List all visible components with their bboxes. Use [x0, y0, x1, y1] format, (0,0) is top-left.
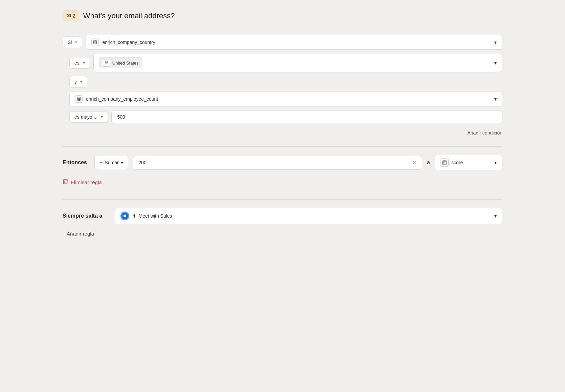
database-icon: [75, 95, 83, 103]
add-regla-button[interactable]: + Añadir regla: [63, 231, 502, 237]
action-value-input[interactable]: [139, 160, 409, 165]
condition-row-5: es mayor... ▾: [63, 111, 502, 123]
entonces-section: Entonces + Sumar ▾ ✕ a: [63, 155, 502, 170]
badge-number: 2: [73, 13, 75, 19]
field-employee-count-label: enrich_company_employee_count: [86, 96, 158, 102]
condition-row-4: enrich_company_employee_count ▾: [63, 92, 502, 106]
chevron-down-icon: ▾: [75, 40, 77, 45]
chevron-down-icon: ▾: [494, 40, 497, 45]
jump-destination: Meet with Sales: [139, 213, 172, 219]
plus-icon: +: [99, 160, 103, 166]
svg-point-0: [93, 41, 97, 42]
clear-icon[interactable]: ✕: [412, 160, 416, 166]
svg-point-1: [105, 61, 108, 62]
svg-point-2: [77, 97, 81, 99]
condition-row-2: es ▾ United States: [63, 54, 502, 72]
add-regla-label: + Añadir regla: [63, 231, 94, 237]
chevron-down-icon: ▾: [83, 60, 85, 65]
y-dropdown[interactable]: y ▾: [69, 76, 87, 88]
si-label: Si: [68, 40, 72, 45]
page-container: ✉ 2 What's your email address? Si ▾: [63, 10, 502, 237]
chevron-down-icon: ▾: [494, 60, 497, 66]
chevron-down-icon: ▾: [494, 213, 497, 219]
siempre-salta-label: Siempre salta a: [63, 213, 110, 219]
calculator-icon: [440, 158, 449, 167]
circle-step-icon: [120, 212, 129, 220]
header: ✉ 2 What's your email address?: [63, 10, 502, 21]
chevron-down-icon: ▾: [121, 160, 123, 165]
section-divider-2: [63, 199, 502, 200]
operator-mayor-label: es mayor...: [74, 114, 97, 120]
field-employee-count-dropdown[interactable]: enrich_company_employee_count ▾: [69, 92, 502, 106]
united-states-tag: United States: [99, 57, 142, 68]
eliminar-regla-label: Eliminar regla: [71, 179, 102, 185]
condition-section: Si ▾ enrich_company_country ▾: [63, 35, 502, 138]
add-condition-label: + Añadir condición: [464, 130, 502, 136]
action-value-field[interactable]: ✕: [133, 156, 423, 170]
condition-row-3: y ▾: [63, 76, 502, 88]
email-badge: ✉ 2: [63, 10, 79, 21]
field-country-label: enrich_company_country: [102, 40, 155, 45]
chevron-down-icon: ▾: [494, 96, 497, 102]
score-dropdown[interactable]: score ▾: [435, 155, 502, 170]
score-label: score: [451, 160, 463, 165]
jump-destination-dropdown[interactable]: 4 Meet with Sales ▾: [115, 208, 502, 224]
database-icon: [91, 39, 99, 46]
employee-count-value-input[interactable]: [111, 111, 502, 123]
chevron-down-icon: ▾: [101, 115, 103, 119]
value-united-states-dropdown[interactable]: United States ▾: [93, 54, 502, 72]
add-condition-button[interactable]: + Añadir condición: [63, 127, 502, 138]
field-country-dropdown[interactable]: enrich_company_country ▾: [86, 35, 502, 50]
jump-number: 4: [133, 213, 135, 219]
page-title: What's your email address?: [83, 11, 175, 20]
chevron-down-icon: ▾: [494, 160, 497, 165]
operator-mayor-dropdown[interactable]: es mayor... ▾: [69, 111, 108, 123]
section-divider: [63, 146, 502, 147]
action-sumar-dropdown[interactable]: + Sumar ▾: [94, 156, 128, 169]
trash-icon: [63, 178, 68, 186]
entonces-label: Entonces: [63, 160, 90, 166]
y-label: y: [74, 79, 77, 84]
a-label: a: [427, 160, 430, 166]
value-united-states: United States: [112, 60, 139, 66]
siempre-salta-section: Siempre salta a 4 Meet with Sales ▾: [63, 208, 502, 224]
database-icon: [103, 59, 110, 67]
operator-es-dropdown[interactable]: es ▾: [69, 57, 90, 69]
eliminar-regla-button[interactable]: Eliminar regla: [63, 178, 502, 186]
email-icon: ✉: [66, 13, 71, 19]
chevron-down-icon: ▾: [80, 79, 82, 84]
action-sumar-label: Sumar: [105, 160, 118, 165]
operator-es-label: es: [74, 60, 80, 66]
si-dropdown[interactable]: Si ▾: [63, 36, 82, 48]
condition-row-1: Si ▾ enrich_company_country ▾: [63, 35, 502, 50]
